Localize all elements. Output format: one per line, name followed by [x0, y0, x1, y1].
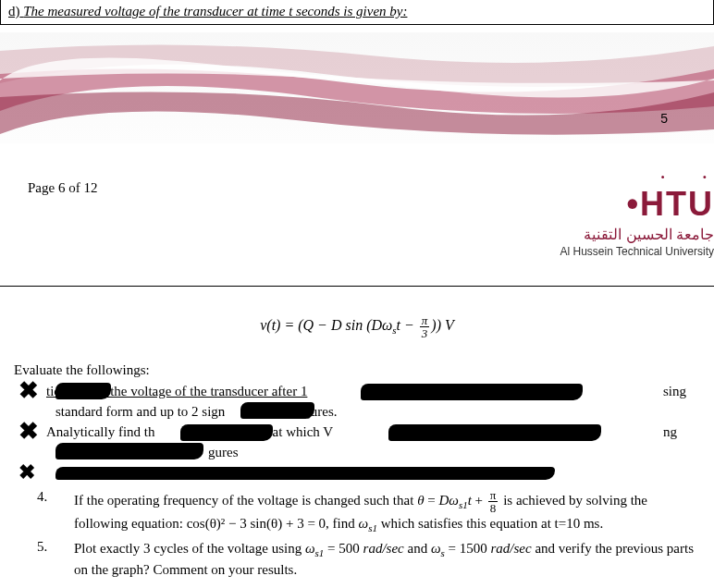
item-content: If the operating frequency of the voltag… — [74, 489, 700, 535]
question-list: 4. If the operating frequency of the vol… — [37, 489, 700, 579]
cross-out-icon: ✖ — [18, 465, 46, 480]
cross-out-icon: ✖ — [18, 384, 46, 398]
redacted-fragment: ng — [663, 424, 677, 440]
item-number: 5. — [37, 539, 74, 579]
top-question-box: d) The measured voltage of the transduce… — [0, 0, 714, 25]
redacted-fragment: gures — [208, 445, 239, 460]
question-label: d) — [8, 4, 20, 18]
redacted-fragment: Analytically find th — [46, 424, 154, 440]
banner-page-number: 5 — [660, 111, 668, 126]
redacted-items: ✖ tically find the voltage of the transd… — [14, 382, 700, 482]
logo-arabic: جامعة الحسين التقنية — [560, 226, 714, 243]
item-number: 4. — [37, 489, 74, 535]
logo-dots: • • — [615, 171, 714, 185]
list-item: 5. Plot exactly 3 cycles of the voltage … — [37, 539, 700, 579]
list-item: 4. If the operating frequency of the vol… — [37, 489, 700, 535]
university-logo: • • •HTU جامعة الحسين التقنية Al Hussein… — [560, 171, 714, 258]
evaluate-heading: Evaluate the followings: — [14, 362, 700, 378]
question-text: The measured voltage of the transducer a… — [23, 4, 407, 18]
redacted-fragment: sing — [663, 384, 686, 399]
redacted-fragment: standard form and up to 2 sign — [55, 404, 225, 420]
logo-english: Al Hussein Technical University — [560, 245, 714, 258]
voltage-formula: v(t) = (Q − D sin (Dωst − π3)) V — [14, 314, 700, 339]
page-header: Page 6 of 12 • • •HTU جامعة الحسين التقن… — [0, 143, 714, 276]
page-indicator: Page 6 of 12 — [28, 180, 97, 196]
cross-out-icon: ✖ — [18, 424, 46, 439]
item-content: Plot exactly 3 cycles of the voltage usi… — [74, 539, 700, 579]
content-area: v(t) = (Q − D sin (Dωst − π3)) V Evaluat… — [0, 286, 714, 579]
decorative-wave-banner: 5 — [0, 32, 714, 143]
logo-text: •HTU — [560, 185, 714, 224]
